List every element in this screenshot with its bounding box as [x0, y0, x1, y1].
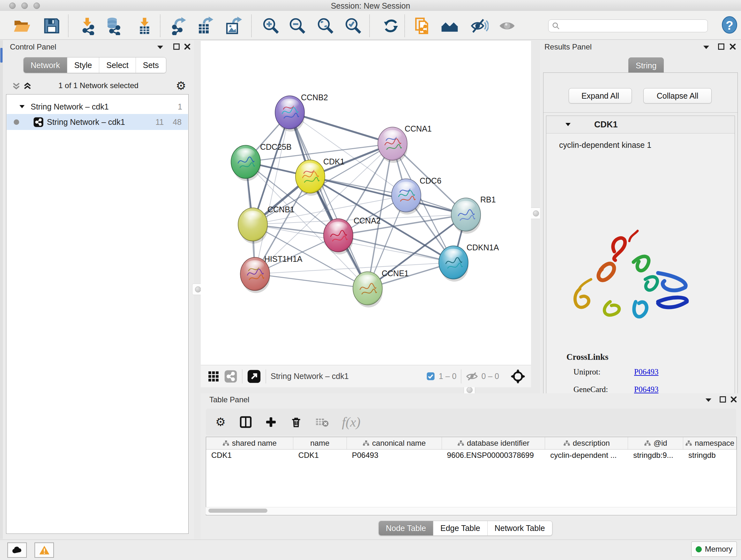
edge-CCNA2-CDKN1A[interactable]	[338, 235, 454, 262]
table-gear-icon[interactable]: ⚙	[215, 416, 226, 428]
cloud-button[interactable]	[7, 543, 27, 558]
node-CCNE1[interactable]: CCNE1	[353, 269, 409, 307]
detach-view-icon[interactable]	[247, 369, 261, 383]
hide-graphics-details-icon[interactable]	[470, 17, 488, 35]
selected-checkbox-icon[interactable]	[426, 372, 435, 381]
node-CDC25B[interactable]: CDC25B	[231, 142, 292, 181]
memory-button[interactable]: Memory	[691, 542, 737, 557]
panel-float-icon[interactable]	[718, 43, 728, 51]
panel-float-icon[interactable]	[719, 395, 730, 404]
birdseye-view-icon[interactable]	[511, 369, 525, 384]
tab-string[interactable]: String	[628, 57, 664, 73]
show-graphics-details-icon[interactable]	[498, 17, 516, 35]
column-header-database-identifier[interactable]: database identifier	[442, 437, 545, 449]
edge-HIST1H1A-CCNE1[interactable]	[255, 274, 367, 288]
expand-all-button[interactable]: Expand All	[569, 88, 632, 104]
export-image-icon[interactable]	[224, 17, 243, 35]
table-cell[interactable]: P06493	[347, 449, 442, 461]
entry-expander-icon[interactable]	[565, 122, 571, 127]
column-header--id[interactable]: @id	[628, 437, 683, 449]
network-collection-row[interactable]: String Network – cdk1 1	[7, 99, 188, 115]
collapse-all-button[interactable]: Collapse All	[643, 88, 712, 104]
network-row-selected[interactable]: String Network – cdk1 11 48	[7, 114, 188, 130]
edge-CCNB2-CCNA1[interactable]	[290, 112, 393, 144]
column-header-namespace[interactable]: namespace	[683, 437, 737, 449]
open-session-icon[interactable]	[13, 17, 31, 35]
import-table-file-icon[interactable]	[135, 17, 154, 35]
apply-layout-icon[interactable]	[382, 17, 400, 35]
delete-column-icon[interactable]	[290, 416, 302, 428]
zoom-in-icon[interactable]	[262, 17, 280, 35]
add-column-icon[interactable]	[265, 416, 277, 428]
column-header-shared-name[interactable]: shared name	[206, 437, 293, 449]
copy-style-icon[interactable]	[414, 17, 432, 35]
node-CDC6[interactable]: CDC6	[392, 176, 441, 214]
tab-node-table[interactable]: Node Table	[379, 521, 433, 536]
export-table-icon[interactable]	[196, 17, 214, 35]
warning-icon	[39, 545, 50, 555]
tab-style[interactable]: Style	[67, 57, 99, 73]
panel-menu-icon[interactable]	[702, 44, 713, 52]
crosslink-link[interactable]: P06493	[634, 368, 724, 376]
crosslink-link[interactable]: P06493	[634, 385, 724, 394]
grid-view-icon[interactable]	[207, 370, 219, 382]
node-CDKN1A[interactable]: CDKN1A	[439, 243, 499, 282]
column-header-name[interactable]: name	[293, 437, 347, 449]
table-row[interactable]: CDK1CDK1P064939606.ENSP00000378699cyclin…	[206, 449, 737, 461]
panel-close-icon[interactable]	[729, 43, 740, 51]
tab-sets[interactable]: Sets	[136, 57, 166, 73]
node-label-CDC6: CDC6	[420, 176, 441, 185]
memory-label: Memory	[705, 545, 733, 554]
node-CCNB1[interactable]: CCNB1	[238, 205, 294, 244]
table-cell[interactable]: stringdb	[683, 449, 737, 461]
import-network-database-icon[interactable]	[104, 17, 123, 35]
tab-select[interactable]: Select	[99, 57, 136, 73]
node-CDK1[interactable]: CDK1	[295, 157, 345, 196]
network-collection-label: String Network – cdk1	[30, 102, 109, 111]
node-CCNA1[interactable]: CCNA1	[378, 124, 432, 163]
network-options-gear-icon[interactable]: ⚙	[176, 80, 186, 91]
panel-close-icon[interactable]	[730, 395, 741, 404]
show-all-networks-icon[interactable]	[441, 17, 459, 35]
save-session-icon[interactable]	[43, 17, 61, 35]
function-builder-icon[interactable]: f(x)	[342, 415, 360, 430]
node-RB1[interactable]: RB1	[451, 195, 496, 234]
panel-close-icon[interactable]	[184, 43, 194, 51]
scrollbar-thumb[interactable]	[208, 509, 267, 513]
network-row-label: String Network – cdk1	[47, 118, 125, 127]
table-horizontal-scrollbar[interactable]	[206, 507, 736, 514]
tree-expander-icon[interactable]	[19, 104, 25, 109]
search-field[interactable]	[548, 19, 708, 32]
search-input[interactable]	[560, 21, 708, 30]
column-header-description[interactable]: description	[545, 437, 628, 449]
table-cell[interactable]: stringdb:9...	[628, 449, 683, 461]
control-panel-tabs: NetworkStyleSelectSets	[23, 57, 166, 73]
table-cell[interactable]: 9606.ENSP00000378699	[442, 449, 545, 461]
split-columns-icon[interactable]	[239, 415, 253, 429]
table-cell[interactable]: cyclin-dependent ...	[545, 449, 628, 461]
export-network-icon[interactable]	[170, 17, 188, 35]
zoom-out-icon[interactable]	[288, 17, 307, 35]
panel-menu-icon[interactable]	[704, 396, 715, 405]
tab-network-table[interactable]: Network Table	[488, 521, 552, 536]
delete-table-icon[interactable]	[315, 416, 329, 428]
table-cell[interactable]: CDK1	[206, 449, 293, 461]
result-entry-header[interactable]: CDK1	[546, 116, 735, 133]
panel-float-icon[interactable]	[173, 43, 184, 51]
zoom-selected-icon[interactable]	[344, 17, 362, 35]
warning-button[interactable]	[35, 543, 54, 558]
network-view-icon[interactable]	[224, 370, 238, 383]
import-network-file-icon[interactable]	[78, 17, 97, 35]
table-panel: Table Panel ⚙ f(x) shared namenamecanoni…	[201, 393, 741, 539]
network-canvas[interactable]: CCNB2CCNA1CDC25BCDK1CDC6RB1CCNB1CCNA2CDK…	[201, 41, 531, 365]
column-header-canonical-name[interactable]: canonical name	[347, 437, 442, 449]
zoom-fit-icon[interactable]	[316, 17, 335, 35]
node-CCNA2[interactable]: CCNA2	[324, 216, 381, 254]
help-icon[interactable]: ?	[721, 16, 738, 34]
tab-network[interactable]: Network	[23, 57, 67, 73]
table-cell[interactable]: CDK1	[293, 449, 347, 461]
node-CCNB2[interactable]: CCNB2	[275, 93, 328, 132]
node-HIST1H1A[interactable]: HIST1H1A	[240, 254, 302, 293]
panel-menu-icon[interactable]	[156, 44, 167, 52]
tab-edge-table[interactable]: Edge Table	[433, 521, 488, 536]
